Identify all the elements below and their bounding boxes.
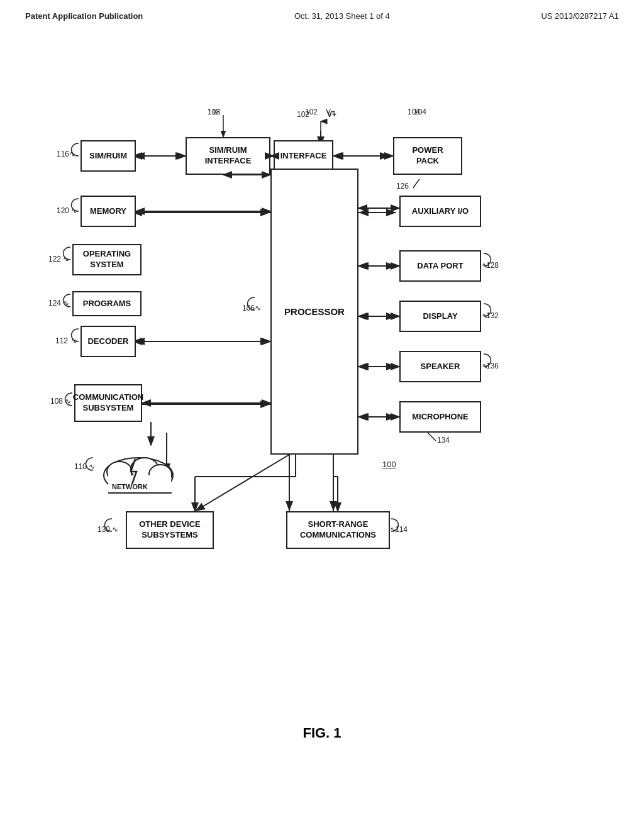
ref-118-label: 118 <box>208 108 220 116</box>
data-port-box: DATA PORT <box>399 250 481 282</box>
sim-ruim-box: SIM/RUIM <box>80 140 136 172</box>
ref-100-label: 100 <box>382 460 396 469</box>
ref-122-label: 122 <box>48 255 61 263</box>
decoder-box: DECODER <box>80 326 136 357</box>
comm-subsystem-box: COMMUNICATION SUBSYSTEM <box>74 384 142 422</box>
ref-108-label: 108 <box>50 397 63 406</box>
ref-130-label: 130 <box>97 525 110 534</box>
ref-110-tilde: ∿ <box>89 462 95 471</box>
ref-112-tilde: ∿ <box>71 336 77 345</box>
ref-116: 116 <box>57 150 69 158</box>
header-patent-number: US 2013/0287217 A1 <box>541 11 619 21</box>
ref-132-label: 132 <box>486 311 499 320</box>
ref-120-label: 120 <box>57 206 69 215</box>
ref-130-tilde: ∿ <box>112 525 118 534</box>
ref-124-tilde: ∿ <box>63 299 69 307</box>
ref-102-label: 102 <box>297 110 309 119</box>
power-pack-box: POWER PACK <box>393 137 462 175</box>
ref-134-label: 134 <box>437 436 450 445</box>
ref-122-tilde: ∿ <box>63 255 69 263</box>
network-cloud-svg: NETWORK <box>101 445 176 495</box>
ref-128-tilde: ∿ <box>482 261 488 270</box>
other-device-box: OTHER DEVICE SUBSYSTEMS <box>126 511 214 549</box>
ref-106-label: 106 <box>242 304 255 313</box>
diagram-area: 102 102 V+ 104 SIM/RUIM 116 ∿ SIM/RUIM I… <box>0 40 644 763</box>
ref-132-tilde: ∿ <box>482 311 488 320</box>
short-range-box: SHORT-RANGE COMMUNICATIONS <box>286 511 390 549</box>
ref-114-tilde: ∿ <box>390 525 396 534</box>
sim-ruim-interface-box: SIM/RUIM INTERFACE <box>186 137 270 175</box>
speaker-box: SPEAKER <box>399 351 481 382</box>
svg-text:NETWORK: NETWORK <box>112 483 148 490</box>
ref-136-label: 136 <box>486 362 499 370</box>
page-header: Patent Application Publication Oct. 31, … <box>0 0 644 27</box>
interface-box: INTERFACE <box>274 140 333 172</box>
processor-box: PROCESSOR <box>270 169 358 455</box>
ref-114-label: 114 <box>395 525 408 534</box>
svg-line-19 <box>195 455 289 511</box>
ref-104-label: 104 <box>414 108 426 116</box>
header-date-sheet: Oct. 31, 2013 Sheet 1 of 4 <box>294 11 390 21</box>
auxiliary-io-box: AUXILIARY I/O <box>399 196 481 227</box>
display-box: DISPLAY <box>399 301 481 332</box>
ref-120-tilde: ∿ <box>71 206 77 215</box>
ref-106-tilde: ∿ <box>255 304 261 313</box>
memory-box: MEMORY <box>80 196 136 227</box>
microphone-box: MICROPHONE <box>399 401 481 433</box>
ref-136-tilde: ∿ <box>482 362 488 370</box>
ref-110-label: 110 <box>74 462 87 471</box>
ref-124-label: 124 <box>48 299 61 307</box>
ref-126-label: 126 <box>396 182 409 191</box>
operating-system-box: OPERATING SYSTEM <box>72 244 142 275</box>
programs-box: PROGRAMS <box>72 291 142 316</box>
ref-128-label: 128 <box>486 261 499 270</box>
header-publication: Patent Application Publication <box>25 11 143 21</box>
ref-108-tilde: ∿ <box>65 397 71 406</box>
vplus-label-main: V+ <box>327 110 336 119</box>
page: Patent Application Publication Oct. 31, … <box>0 0 644 830</box>
ref-116-tilde: ∿ <box>69 150 75 158</box>
ref-112-label: 112 <box>55 336 68 345</box>
